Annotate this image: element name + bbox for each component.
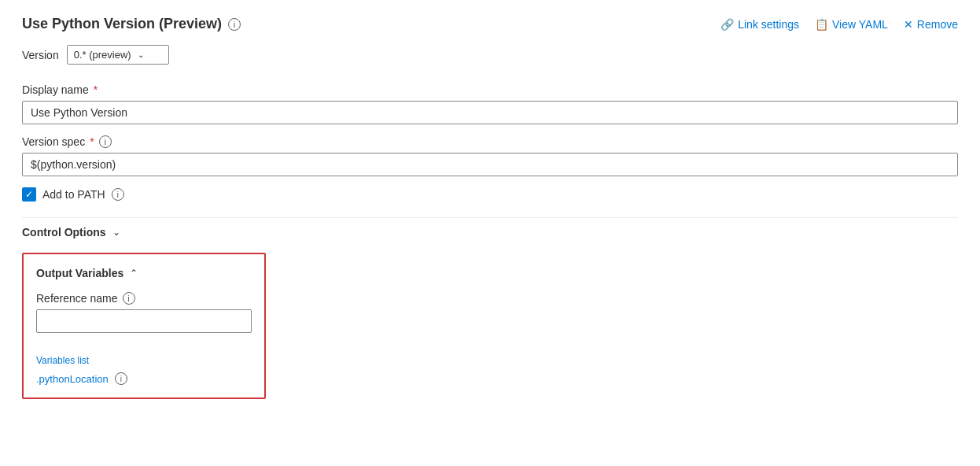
output-variables-header[interactable]: Output Variables ⌃ xyxy=(36,267,252,279)
display-name-input[interactable] xyxy=(22,101,958,124)
output-variables-title: Output Variables xyxy=(36,267,123,279)
variable-info-icon[interactable]: i xyxy=(115,372,127,385)
link-icon: 🔗 xyxy=(720,18,734,31)
version-spec-label: Version spec * i xyxy=(22,135,958,148)
add-to-path-row: ✓ Add to PATH i xyxy=(22,187,958,202)
display-name-group: Display name * xyxy=(22,83,958,124)
variable-item: .pythonLocation i xyxy=(36,372,252,385)
variable-name: .pythonLocation xyxy=(36,373,109,385)
version-spec-input[interactable] xyxy=(22,153,958,176)
remove-button[interactable]: ✕ Remove xyxy=(904,18,958,31)
title-info-icon[interactable]: i xyxy=(228,18,241,31)
view-yaml-button[interactable]: 📋 View YAML xyxy=(815,18,888,31)
version-dropdown-value: 0.* (preview) xyxy=(74,49,131,61)
output-variables-section: Output Variables ⌃ Reference name i Vari… xyxy=(22,253,266,399)
version-spec-required: * xyxy=(90,135,94,148)
control-options-label: Control Options xyxy=(22,226,106,239)
view-yaml-label: View YAML xyxy=(832,18,888,31)
yaml-icon: 📋 xyxy=(815,18,828,31)
version-label: Version xyxy=(22,49,59,61)
display-name-label: Display name * xyxy=(22,83,958,96)
title-area: Use Python Version (Preview) i xyxy=(22,16,241,32)
version-row: Version 0.* (preview) ⌄ xyxy=(22,45,958,65)
link-settings-button[interactable]: 🔗 Link settings xyxy=(720,18,799,31)
add-to-path-info-icon[interactable]: i xyxy=(112,188,124,201)
remove-icon: ✕ xyxy=(904,18,913,31)
output-variables-chevron-up-icon: ⌃ xyxy=(130,268,138,279)
reference-name-info-icon[interactable]: i xyxy=(123,292,135,305)
reference-name-input[interactable] xyxy=(36,309,252,333)
link-settings-label: Link settings xyxy=(738,18,799,31)
variables-list-label: Variables list xyxy=(36,355,252,366)
version-dropdown[interactable]: 0.* (preview) ⌄ xyxy=(67,45,169,65)
control-options-chevron-down-icon: ⌄ xyxy=(112,227,120,238)
reference-name-group: Reference name i xyxy=(36,292,252,344)
add-to-path-label: Add to PATH xyxy=(42,188,105,201)
header-actions: 🔗 Link settings 📋 View YAML ✕ Remove xyxy=(720,18,958,31)
control-options-header[interactable]: Control Options ⌄ xyxy=(22,217,958,246)
reference-name-label: Reference name i xyxy=(36,292,252,305)
checkbox-check-icon: ✓ xyxy=(25,190,33,199)
remove-label: Remove xyxy=(917,18,958,31)
version-spec-group: Version spec * i xyxy=(22,135,958,176)
page-title: Use Python Version (Preview) xyxy=(22,16,222,32)
page-header: Use Python Version (Preview) i 🔗 Link se… xyxy=(22,16,958,32)
display-name-required: * xyxy=(94,83,98,96)
version-spec-info-icon[interactable]: i xyxy=(99,135,112,148)
add-to-path-checkbox[interactable]: ✓ xyxy=(22,187,36,202)
version-chevron-down-icon: ⌄ xyxy=(138,50,144,59)
